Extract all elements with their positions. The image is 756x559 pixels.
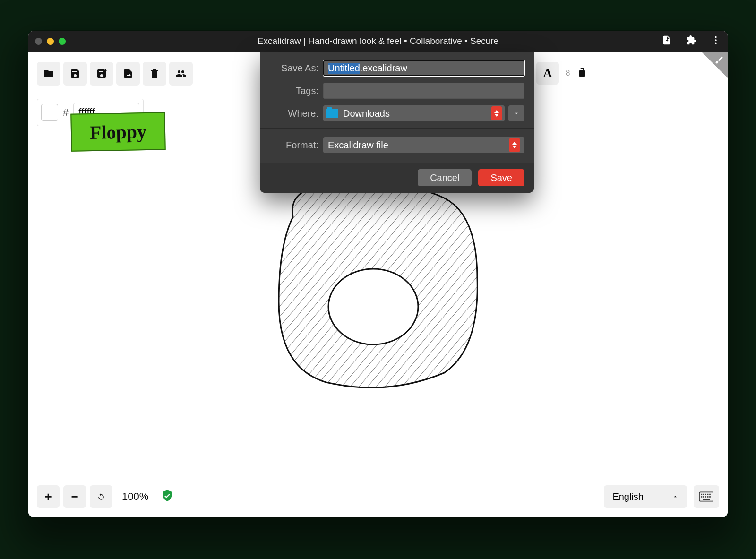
language-current: English — [612, 491, 644, 502]
svg-rect-18 — [703, 499, 710, 500]
save-as-input[interactable] — [323, 60, 524, 76]
svg-rect-8 — [701, 494, 703, 495]
format-stepper-icon — [509, 138, 520, 152]
zoom-level: 100% — [122, 490, 148, 503]
lock-icon[interactable] — [576, 67, 588, 80]
format-label: Format: — [269, 140, 318, 151]
window-title: Excalidraw | Hand-drawn look & feel • Co… — [28, 36, 728, 46]
svg-point-1 — [715, 39, 717, 41]
collaborate-button[interactable] — [169, 62, 193, 86]
svg-rect-12 — [709, 494, 711, 495]
cancel-button[interactable]: Cancel — [418, 169, 472, 186]
clear-canvas-button[interactable] — [143, 62, 166, 86]
zoom-out-button[interactable]: − — [63, 485, 86, 508]
maximize-window-button[interactable] — [59, 38, 66, 45]
svg-rect-10 — [705, 494, 706, 495]
save-button[interactable] — [63, 62, 87, 86]
app-window: Excalidraw | Hand-drawn look & feel • Co… — [28, 31, 728, 517]
save-dialog: Save As: Tags: Where: Downloads — [260, 52, 534, 193]
zoom-reset-button[interactable] — [90, 485, 112, 508]
corner-paint-icon[interactable] — [714, 55, 724, 67]
color-swatch[interactable] — [41, 104, 58, 121]
close-window-button[interactable] — [35, 38, 42, 45]
open-button[interactable] — [37, 62, 60, 86]
right-tool-cluster: A 8 — [536, 62, 588, 85]
confirm-save-button[interactable]: Save — [478, 169, 524, 186]
menu-icon[interactable] — [711, 35, 721, 48]
export-button[interactable] — [116, 62, 140, 86]
save-as-label: Save As: — [269, 63, 318, 74]
zoom-controls: + − 100% — [37, 485, 174, 508]
bottom-right-controls: English — [604, 485, 719, 508]
expand-locations-button[interactable] — [508, 105, 524, 121]
svg-rect-15 — [705, 496, 706, 498]
svg-rect-11 — [707, 494, 709, 495]
where-stepper-icon — [491, 106, 502, 120]
svg-rect-16 — [707, 496, 709, 498]
where-label: Where: — [269, 108, 318, 119]
svg-rect-17 — [709, 496, 711, 498]
canvas-drawing — [255, 160, 491, 396]
file-toolbar — [37, 62, 193, 86]
title-bar: Excalidraw | Hand-drawn look & feel • Co… — [28, 31, 728, 52]
zoom-in-button[interactable]: + — [37, 485, 60, 508]
text-tool-button[interactable]: A — [536, 62, 559, 85]
svg-rect-14 — [703, 496, 704, 498]
window-controls — [35, 38, 66, 45]
svg-point-2 — [715, 42, 717, 44]
install-app-icon[interactable] — [662, 35, 672, 48]
svg-point-6 — [328, 269, 418, 344]
tags-input[interactable] — [323, 83, 524, 99]
tool-shortcut-8: 8 — [566, 69, 570, 78]
keyboard-shortcuts-button[interactable] — [694, 485, 719, 508]
security-shield-icon[interactable] — [161, 489, 174, 504]
language-select[interactable]: English — [604, 485, 687, 508]
svg-rect-9 — [703, 494, 704, 495]
where-select[interactable]: Downloads — [323, 105, 505, 121]
save-as-button[interactable] — [90, 62, 113, 86]
where-value: Downloads — [343, 108, 390, 119]
tags-label: Tags: — [269, 86, 318, 96]
dialog-divider — [260, 128, 534, 129]
format-select[interactable]: Excalidraw file — [323, 137, 524, 153]
svg-rect-13 — [701, 496, 703, 498]
format-value: Excalidraw file — [328, 140, 388, 151]
hash-symbol: # — [63, 106, 69, 119]
svg-point-0 — [715, 36, 717, 38]
folder-icon — [326, 109, 338, 118]
extensions-icon[interactable] — [686, 35, 696, 48]
sticky-note[interactable]: Floppy — [70, 112, 165, 151]
minimize-window-button[interactable] — [47, 38, 54, 45]
